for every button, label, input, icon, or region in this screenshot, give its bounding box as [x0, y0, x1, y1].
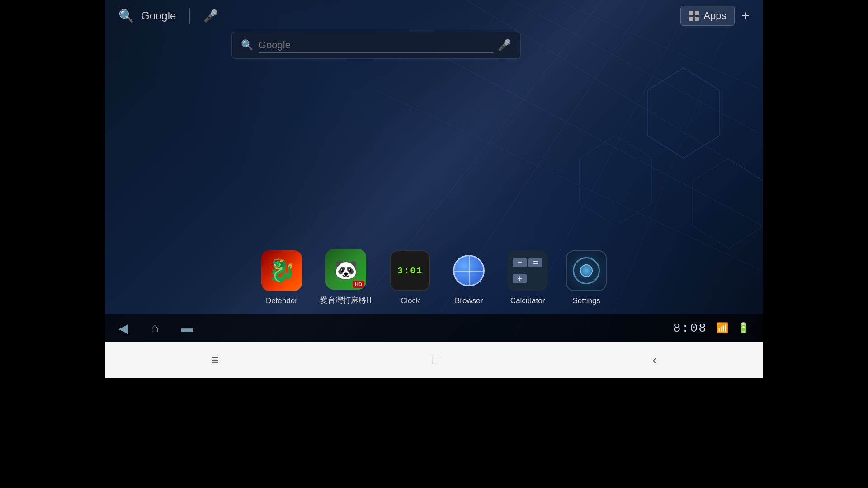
settings-outer-ring [573, 257, 600, 284]
search-box-icon: 🔍 [241, 39, 253, 51]
settings-icon [566, 250, 607, 291]
battery-icon: 🔋 [737, 322, 750, 334]
top-right-area: Apps + [680, 6, 750, 26]
defender-label: Defender [266, 296, 297, 305]
calc-btn-equals: = [528, 258, 542, 267]
browser-home-button[interactable]: □ [432, 353, 439, 367]
wifi-icon: 📶 [716, 322, 728, 334]
app-item-browser[interactable]: Browser [448, 250, 489, 305]
calc-btn-minus: − [513, 258, 527, 267]
calc-btn-plus: + [513, 274, 527, 283]
apps-grid-icon [689, 11, 699, 21]
clock-icon: 3:01 [390, 250, 430, 291]
top-bar: 🔍 Google 🎤 Apps + [105, 0, 763, 32]
settings-gear-graphic [572, 256, 601, 286]
app-item-calculator[interactable]: − = + Calculator [507, 250, 548, 305]
search-icon-top: 🔍 [118, 9, 134, 23]
app-item-settings[interactable]: Settings [566, 250, 607, 305]
browser-label: Browser [455, 296, 483, 305]
divider [189, 8, 190, 24]
apps-label: Apps [703, 10, 726, 22]
browser-globe [453, 255, 485, 286]
back-nav-icon[interactable]: ◀ [118, 321, 128, 336]
svg-marker-9 [647, 68, 720, 158]
app-item-clock[interactable]: 3:01 Clock [390, 250, 430, 305]
clock-time-display: 3:01 [397, 266, 423, 276]
mahjong-panda-icon: 🐼 [334, 258, 358, 281]
settings-label: Settings [572, 296, 600, 305]
defender-icon [261, 250, 302, 291]
nav-right-status: 8:08 📶 🔋 [673, 321, 750, 335]
mic-icon-top[interactable]: 🎤 [203, 9, 218, 23]
recents-nav-icon[interactable]: ▬ [181, 321, 193, 335]
mahjong-label: 愛台灣打麻將H [320, 295, 372, 305]
app-item-mahjong[interactable]: 🐼 HD 愛台灣打麻將H [320, 249, 372, 305]
browser-back-button[interactable]: ‹ [652, 353, 656, 367]
browser-menu-button[interactable]: ≡ [212, 353, 219, 367]
status-time: 8:08 [673, 321, 707, 335]
svg-line-4 [376, 90, 763, 271]
browser-icon [448, 250, 489, 291]
add-widget-button[interactable]: + [741, 9, 750, 23]
nav-bar: ◀ ⌂ ▬ 8:08 📶 🔋 [105, 314, 763, 342]
home-nav-icon[interactable]: ⌂ [151, 321, 159, 335]
clock-label: Clock [401, 296, 420, 305]
app-item-defender[interactable]: Defender [261, 250, 302, 305]
calculator-icon: − = + [507, 250, 548, 291]
settings-inner-circle [580, 264, 593, 277]
calculator-label: Calculator [510, 296, 545, 305]
mahjong-icon: 🐼 HD [326, 249, 366, 290]
search-box[interactable]: 🔍 🎤 [231, 32, 521, 59]
google-search-widget[interactable]: 🔍 Google 🎤 [118, 8, 218, 24]
svg-marker-11 [693, 158, 763, 249]
svg-marker-10 [580, 136, 652, 226]
search-mic-icon[interactable]: 🎤 [498, 39, 511, 52]
google-text-label: Google [141, 9, 176, 22]
svg-line-3 [421, 45, 763, 226]
search-input[interactable] [259, 39, 498, 51]
app-dock: Defender 🐼 HD 愛台灣打麻將H 3:01 Clock [105, 249, 763, 305]
browser-bar: ≡ □ ‹ [105, 342, 763, 378]
nav-left-buttons: ◀ ⌂ ▬ [118, 321, 193, 336]
search-underline [259, 52, 493, 53]
apps-button[interactable]: Apps [680, 6, 735, 26]
mahjong-hd-badge: HD [353, 281, 364, 288]
